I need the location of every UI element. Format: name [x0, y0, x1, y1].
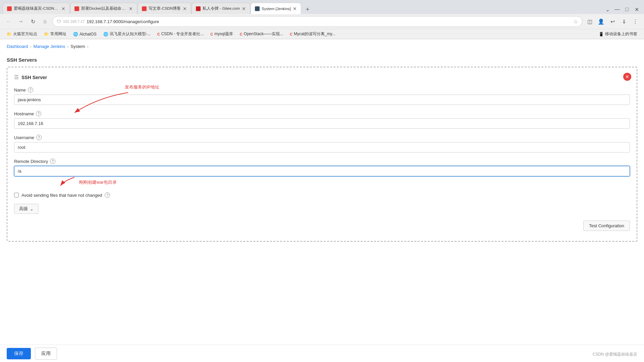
username-input[interactable] [14, 142, 630, 153]
advanced-label: 高级 [19, 206, 28, 212]
tab-favicon-5 [255, 6, 260, 11]
forward-button[interactable]: → [16, 17, 25, 26]
breadcrumb: Dashboard › Manage Jenkins › System › [0, 39, 644, 54]
bookmark-icon: 📁 [7, 32, 12, 37]
menu-icon[interactable]: ⋮ [631, 17, 640, 26]
card-header: ☰ SSH Server [14, 74, 630, 80]
address-bar[interactable]: 🛡 192.168.7.17 192.168.7.17:9000/manage/… [52, 16, 582, 27]
breadcrumb-sep-3: › [87, 44, 89, 49]
bookmark-label: OpenStack——实现... [244, 31, 283, 37]
advanced-button[interactable]: 高级 ⌄ [14, 204, 39, 214]
tab-gitee[interactable]: 私人令牌 - Gitee.com ✕ [192, 3, 250, 14]
remote-directory-label: Remote Directory ? [14, 159, 630, 164]
mobile-icon: 📱 [599, 32, 604, 37]
bookmark-icon: 🌐 [103, 32, 108, 37]
bookmark-label: 讯飞星火认知大模型-... [110, 31, 151, 37]
name-label: Name ? [14, 87, 630, 93]
breadcrumb-system: System [70, 44, 85, 49]
test-configuration-button[interactable]: Test Configuration [583, 221, 630, 231]
username-field-group: Username ? [14, 135, 630, 153]
bookmark-xunfei[interactable]: 🌐 讯飞星火认知大模型-... [101, 31, 153, 38]
avoid-sending-checkbox[interactable] [14, 193, 19, 197]
tab-close-3[interactable]: ✕ [183, 6, 187, 11]
refresh-button[interactable]: ↻ [28, 17, 38, 26]
username-label: Username ? [14, 135, 630, 140]
close-window-button[interactable]: ✕ [632, 5, 641, 14]
name-help-icon[interactable]: ? [28, 87, 33, 93]
tab-csdn-1[interactable]: 爱喝荔枝味嘉宾-CSDN博客 ✕ [3, 3, 70, 14]
home-button[interactable]: ⌂ [40, 17, 50, 26]
hostname-label: Hostname ? [14, 111, 630, 116]
security-icon: 🛡 [57, 19, 61, 24]
back-button[interactable]: ← [4, 17, 13, 26]
tab-close-2[interactable]: ✕ [129, 6, 133, 11]
ssh-servers-title: SSH Servers [7, 57, 637, 63]
avoid-sending-help-icon[interactable]: ? [105, 192, 110, 198]
ssh-servers-section: SSH Servers ☰ SSH Server ✕ 发布服务的IP地址 [0, 54, 644, 248]
tab-bar: 爱喝荔枝味嘉宾-CSDN博客 ✕ 部署Docker以及基础命令-CSD ✕ 写文… [0, 0, 644, 14]
bookmark-label: 火狐官方站点 [13, 31, 37, 37]
address-text: 192.168.7.17:9000/manage/configure [87, 19, 571, 24]
tab-csdn-2[interactable]: 部署Docker以及基础命令-CSD ✕ [70, 3, 137, 14]
bookmark-mysql[interactable]: C mysql题库 [208, 31, 235, 38]
tab-csdn-3[interactable]: 写文章-CSDN博客 ✕ [138, 3, 191, 14]
maximize-button[interactable]: □ [622, 5, 632, 14]
breadcrumb-manage-jenkins[interactable]: Manage Jenkins [34, 44, 65, 49]
bookmark-mobile[interactable]: 📱 移动设备上的书签 [596, 31, 640, 38]
breadcrumb-dashboard[interactable]: Dashboard [7, 44, 28, 49]
breadcrumb-sep-2: › [67, 44, 68, 49]
remote-directory-field-group: Remote Directory ? 刚刚创建war包目录 [14, 159, 630, 176]
openstack-icon: C [240, 32, 243, 36]
mycat-icon: C [290, 32, 292, 36]
more-tabs-button[interactable]: ⌄ [603, 5, 612, 14]
bookmark-label: Mycat的读写分离_my... [294, 31, 335, 37]
card-close-button[interactable]: ✕ [623, 73, 631, 81]
tab-close-1[interactable]: ✕ [61, 6, 65, 11]
bookmark-alchat[interactable]: 🌐 AlchatOS [70, 31, 99, 37]
tab-title-3: 写文章-CSDN博客 [149, 6, 181, 11]
tab-favicon-1 [7, 6, 12, 11]
name-input[interactable] [14, 95, 630, 105]
user-icon[interactable]: 👤 [596, 17, 606, 26]
tab-favicon-2 [74, 6, 79, 11]
hostname-input[interactable] [14, 118, 630, 129]
tab-title-4: 私人令牌 - Gitee.com [203, 6, 240, 11]
avoid-sending-label: Avoid sending files that have not change… [21, 193, 102, 198]
username-help-icon[interactable]: ? [36, 135, 42, 140]
bookmark-label: AlchatOS [79, 32, 97, 37]
remote-directory-help-icon[interactable]: ? [50, 159, 55, 164]
download-icon[interactable]: ⇓ [619, 17, 629, 26]
tab-favicon-4 [196, 6, 201, 11]
remote-directory-input[interactable] [14, 166, 630, 176]
bookmarks-bar: 📁 火狐官方站点 📁 常用网址 🌐 AlchatOS 🌐 讯飞星火认知大模型-.… [0, 29, 644, 39]
bookmark-label: CSDN - 专业开发者社... [161, 31, 204, 37]
remote-directory-label-text: Remote Directory [14, 159, 48, 164]
checkbox-row: Avoid sending files that have not change… [14, 192, 630, 198]
back-forward-icon[interactable]: ↩ [608, 17, 617, 26]
drag-handle-icon[interactable]: ☰ [14, 74, 19, 80]
bookmark-star-icon[interactable]: ☆ [573, 18, 578, 25]
bookmark-icon: 🌐 [73, 32, 78, 37]
bookmark-label: 常用网址 [50, 31, 66, 37]
name-label-text: Name [14, 87, 26, 93]
minimize-button[interactable]: — [612, 5, 622, 14]
bookmark-openstack[interactable]: C OpenStack——实现... [237, 31, 286, 38]
username-label-text: Username [14, 135, 34, 140]
tab-jenkins[interactable]: System [Jenkins] ✕ [251, 3, 301, 14]
tab-close-4[interactable]: ✕ [242, 6, 246, 11]
card-title: SSH Server [21, 75, 47, 80]
hostname-help-icon[interactable]: ? [36, 111, 41, 116]
address-lock-icon: 192.168.7.17 [63, 19, 85, 23]
hostname-field-group: Hostname ? [14, 111, 630, 129]
bookmark-csdn[interactable]: C CSDN - 专业开发者社... [155, 31, 207, 38]
page-content: Dashboard › Manage Jenkins › System › SS… [0, 39, 644, 346]
new-tab-button[interactable]: + [303, 5, 312, 14]
mysql-icon: C [210, 32, 213, 36]
tab-title-5: System [Jenkins] [262, 7, 291, 11]
bookmark-common[interactable]: 📁 常用网址 [41, 31, 69, 38]
bookmark-firefox[interactable]: 📁 火狐官方站点 [4, 31, 40, 38]
bookmark-mycat[interactable]: C Mycat的读写分离_my... [287, 31, 338, 38]
tab-close-5[interactable]: ✕ [293, 6, 297, 11]
extensions-icon[interactable]: ◫ [585, 17, 594, 26]
chevron-down-icon: ⌄ [30, 206, 34, 212]
